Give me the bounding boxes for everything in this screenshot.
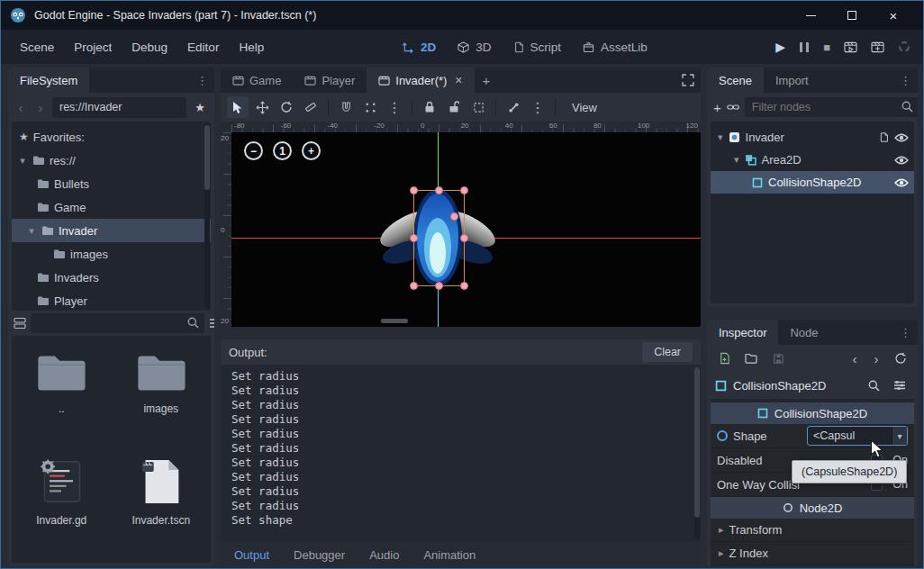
breadcrumb[interactable]: res://Invader [52,97,186,118]
close-button[interactable]: × [873,1,914,30]
tree-row-bullets[interactable]: Bullets [12,172,211,195]
tree-row-invader[interactable]: ▾ Invader [12,219,211,242]
bottom-tab-animation[interactable]: Animation [423,548,476,562]
list-mode-button[interactable] [209,313,214,333]
selection-handle[interactable] [410,234,418,242]
workspace-3d-button[interactable]: 3D [457,41,491,54]
tree-row-images[interactable]: images [12,242,211,266]
lock-icon[interactable] [419,96,440,118]
split-mode-button[interactable] [14,313,26,333]
stop-button[interactable]: ■ [823,41,830,54]
tab-import[interactable]: Import [764,68,820,93]
visibility-eye-icon[interactable] [894,132,909,143]
tab-scene[interactable]: Scene [707,68,764,93]
maximize-button[interactable] [831,1,873,30]
bottom-tab-audio[interactable]: Audio [369,548,399,562]
category-collisionshape2d[interactable]: CollisionShape2D [711,402,914,424]
scene-node-invader[interactable]: ▾ Invader [711,126,914,149]
play-custom-scene-button[interactable] [871,41,884,53]
workspace-assetlib-button[interactable]: AssetLib [583,41,648,54]
zoom-out-button[interactable]: − [244,141,263,160]
grid-snap-icon[interactable] [359,96,381,118]
scene-tab-invader[interactable]: Invader(*) × [367,68,474,93]
viewport-canvas[interactable]: − 1 + [231,132,701,327]
play-scene-button[interactable] [844,41,857,53]
tree-row-favorites[interactable]: ★ Favorites: [12,125,211,149]
zoom-reset-button[interactable]: 1 [273,141,292,160]
rotate-tool[interactable] [276,96,297,118]
bottom-tab-output[interactable]: Output [234,548,269,562]
dock-options-icon[interactable]: ⋮ [900,326,911,339]
menu-help[interactable]: Help [229,35,274,59]
skeleton-icon[interactable] [503,96,524,118]
file-item-parent[interactable]: .. [12,343,112,449]
select-tool[interactable] [227,96,249,118]
expand-icon[interactable]: ▾ [718,131,723,143]
file-item-images[interactable]: images [112,343,212,449]
add-node-button[interactable]: + [713,97,721,117]
scene-node-collisionshape2d[interactable]: CollisionShape2D [711,171,914,194]
tab-close-icon[interactable]: × [455,73,462,87]
selection-handle[interactable] [410,282,418,290]
inspector-tools-icon[interactable] [890,375,910,395]
favorite-toggle-button[interactable]: ★ [190,101,210,114]
expand-viewport-icon[interactable] [682,74,694,86]
minimize-button[interactable] [790,1,831,30]
new-resource-button[interactable] [714,348,734,368]
tree-scrollbar[interactable] [204,123,210,309]
save-resource-button[interactable] [768,348,788,368]
file-item-invader-gd[interactable]: Invader.gd [12,449,112,555]
skeleton-options-button[interactable]: ⋮ [527,96,548,118]
workspace-script-button[interactable]: Script [513,41,562,54]
scene-tab-game[interactable]: Game [221,68,293,93]
load-resource-button[interactable] [741,348,761,368]
tab-inspector[interactable]: Inspector [707,320,778,345]
category-node2d[interactable]: Node2D [711,497,914,519]
view-menu-button[interactable]: View [562,96,607,118]
selection-handle[interactable] [435,282,443,290]
script-icon[interactable] [879,131,889,143]
zoom-in-button[interactable]: + [302,141,321,160]
ruler-tool[interactable] [300,96,322,118]
canvas-hscrollbar[interactable] [381,319,408,323]
dropdown-arrow-icon[interactable]: ▾ [892,427,907,445]
clear-button[interactable]: Clear [642,342,693,362]
dock-options-icon[interactable]: ⋮ [196,74,208,87]
selection-handle[interactable] [435,186,443,194]
tab-filesystem[interactable]: FileSystem [8,68,89,93]
unlock-icon[interactable] [443,96,465,118]
menu-editor[interactable]: Editor [177,35,229,59]
snap-options-button[interactable]: ⋮ [384,96,405,118]
play-button[interactable]: ▶ [775,40,785,54]
tree-row-game[interactable]: Game [12,195,211,219]
selection-handle[interactable] [460,186,468,194]
menu-scene[interactable]: Scene [10,35,64,59]
pivot-handle[interactable] [450,212,458,221]
selection-handle[interactable] [460,282,468,290]
scene-tab-player[interactable]: Player [293,68,367,93]
selection-handle[interactable] [460,234,468,242]
filesystem-search-input[interactable] [31,317,204,330]
expand-icon[interactable]: ▾ [734,154,739,166]
dock-options-icon[interactable]: ⋮ [900,74,911,87]
shape-value-dropdown[interactable]: <Capsul ▾ [807,426,908,446]
output-scrollbar[interactable] [694,367,700,538]
object-history-button[interactable] [891,348,910,368]
history-forward-button[interactable]: › [869,351,883,366]
visibility-eye-icon[interactable] [894,155,909,166]
tree-row-invaders[interactable]: Invaders [12,266,211,289]
tree-row-res[interactable]: ▾ res:// [12,149,211,172]
search-properties-icon[interactable] [864,375,883,395]
history-back-button[interactable]: ‹ [847,351,862,366]
tree-row-player[interactable]: Player [12,289,211,311]
menu-project[interactable]: Project [64,35,122,59]
expand-icon[interactable]: ▾ [26,225,37,237]
pause-button[interactable] [799,42,810,52]
group-z-index[interactable]: ▸ Z Index [711,542,914,565]
expand-icon[interactable]: ▾ [17,155,28,167]
selection-handle[interactable] [410,186,418,194]
move-tool[interactable] [251,96,273,118]
scene-node-area2d[interactable]: ▾ Area2D [711,149,914,171]
group-transform[interactable]: ▸ Transform [711,519,914,542]
visibility-eye-icon[interactable] [894,177,909,188]
